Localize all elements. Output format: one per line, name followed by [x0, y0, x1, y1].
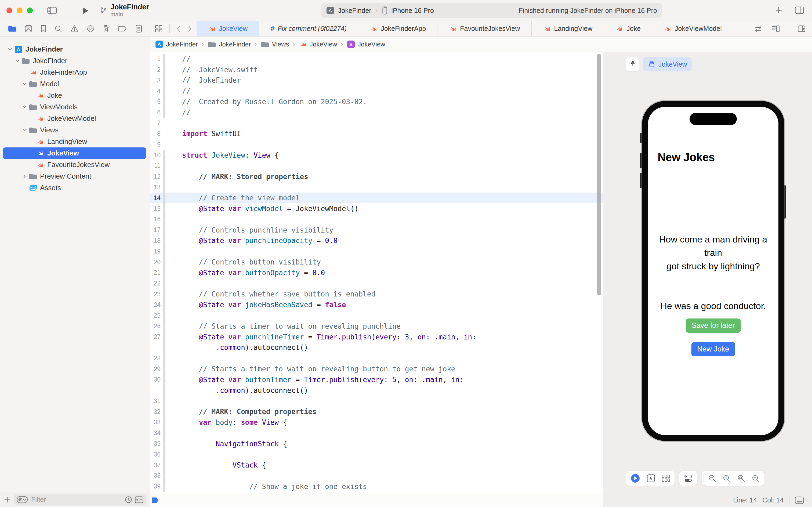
zoom-window-button[interactable] [27, 7, 33, 13]
search-navigator-icon[interactable] [54, 25, 62, 33]
source-editor[interactable]: 1//2// JokeView.swift3// JokeFinder4//5/… [151, 52, 603, 493]
scheme-name[interactable]: JokeFinder [338, 7, 371, 14]
tab-jokefinderapp[interactable]: JokeFinderApp [358, 21, 438, 36]
toggle-inspector-icon[interactable] [795, 6, 804, 14]
filter-input[interactable] [31, 496, 122, 504]
code-line-22: 22 [151, 278, 603, 289]
keyboard-panel-icon[interactable] [795, 497, 804, 504]
sidebar-item-joke[interactable]: Joke [3, 90, 147, 101]
swift-icon [299, 40, 307, 48]
filter-flags-icon[interactable] [135, 496, 143, 503]
code-line-38: 38 [151, 470, 603, 481]
go-forward-icon[interactable] [187, 25, 192, 33]
change-bar [163, 235, 165, 246]
line-number: 3 [151, 77, 163, 84]
disclosure-open-icon[interactable] [20, 128, 28, 132]
joke-punchline-text: He was a good conductor. [652, 301, 774, 311]
run-button[interactable] [82, 7, 89, 14]
tab-fix-comment-6f02274-[interactable]: #Fix comment (6f02274) [259, 21, 358, 36]
sidebar-item-jokeviewmodel[interactable]: JokeViewModel [3, 113, 147, 124]
tab-jokeviewmodel[interactable]: JokeViewModel [652, 21, 733, 36]
sidebar-item-preview-content[interactable]: Preview Content [3, 171, 147, 182]
bookmarks-navigator-icon[interactable] [40, 25, 47, 33]
zoom-in-icon[interactable] [752, 474, 760, 482]
sidebar-item-model[interactable]: Model [3, 78, 147, 90]
zoom-actual-icon[interactable]: 1 [722, 474, 731, 482]
tab-joke[interactable]: Joke [604, 21, 652, 36]
source-control-navigator-icon[interactable] [24, 25, 33, 33]
preview-selectable-icon[interactable] [647, 474, 655, 483]
change-bar [163, 481, 165, 492]
sidebar-item-label: Model [40, 80, 59, 88]
preview-controls [626, 470, 717, 486]
preview-live-icon[interactable] [631, 473, 640, 483]
sidebar-item-viewmodels[interactable]: ViewModels [3, 101, 147, 113]
reports-navigator-icon[interactable] [135, 24, 142, 33]
tab-landingview[interactable]: LandingView [532, 21, 604, 36]
sidebar-item-landingview[interactable]: LandingView [3, 136, 147, 148]
preview-toggles-icon[interactable] [684, 474, 693, 483]
folder-icon [21, 57, 31, 64]
editor-options-icon[interactable] [771, 25, 780, 33]
breakpoints-toggle[interactable] [152, 497, 159, 503]
add-tab-button[interactable] [775, 6, 782, 14]
debug-navigator-icon[interactable] [103, 24, 111, 33]
line-number: 15 [151, 205, 163, 212]
disclosure-open-icon[interactable] [6, 47, 14, 52]
editor-scrollbar[interactable] [597, 54, 601, 295]
run-destination[interactable]: iPhone 16 Pro [391, 7, 433, 14]
sidebar-item-jokefinderapp[interactable]: JokeFinderApp [3, 67, 147, 78]
toggle-navigator-icon[interactable] [47, 7, 57, 14]
tab-overview-icon[interactable] [155, 25, 163, 33]
preview-control-group [626, 470, 675, 486]
tab-jokeview[interactable]: JokeView [196, 21, 259, 36]
disclosure-closed-icon[interactable] [20, 174, 28, 179]
scheme-device-pill[interactable]: JokeFinder › iPhone 16 Pro Finished runn… [321, 3, 662, 18]
sidebar-item-label: JokeFinderApp [40, 68, 87, 76]
sidebar-item-favouritejokesview[interactable]: FavouriteJokesView [3, 159, 147, 171]
save-for-later-button[interactable]: Save for later [686, 319, 741, 333]
breadcrumb-item-jokeview[interactable]: JokeView [299, 40, 337, 48]
add-file-icon[interactable] [4, 496, 11, 503]
zoom-out-icon[interactable] [708, 474, 716, 482]
sidebar-item-jokeview[interactable]: JokeView [3, 148, 147, 159]
preview-nav-title: New Jokes [657, 151, 715, 164]
breadcrumb-item-jokeview[interactable]: SJokeView [347, 40, 385, 48]
add-editor-icon[interactable] [798, 25, 806, 33]
minimize-window-button[interactable] [17, 7, 22, 13]
tab-favouritejokesview[interactable]: FavouriteJokesView [438, 21, 531, 36]
change-bar [163, 278, 165, 289]
preview-variants-icon[interactable] [661, 474, 670, 482]
filter-field[interactable] [14, 494, 146, 505]
window-toolbar: JokeFinder main JokeFinder › iPhone 16 P… [0, 0, 812, 21]
svg-text:S: S [349, 42, 353, 47]
recents-icon[interactable] [125, 496, 132, 503]
breakpoints-navigator-icon[interactable] [118, 25, 127, 32]
close-window-button[interactable] [6, 7, 12, 13]
code-line-20: 20 // Controls button visibility [151, 257, 603, 268]
go-back-icon[interactable] [176, 25, 181, 33]
project-navigator-icon[interactable] [8, 25, 17, 33]
zoom-fit-icon[interactable] [737, 474, 745, 482]
breadcrumb-item-views[interactable]: Views [261, 41, 289, 48]
sidebar-item-jokefinder[interactable]: JokeFinder [3, 44, 147, 55]
struct-icon: S [347, 40, 355, 48]
disclosure-open-icon[interactable] [20, 81, 28, 86]
swift-file-icon [208, 25, 216, 33]
pin-preview-button[interactable] [626, 57, 639, 71]
sidebar-item-views[interactable]: Views [3, 124, 147, 136]
sidebar-item-assets[interactable]: Assets [3, 182, 147, 193]
new-joke-button[interactable]: New Joke [691, 342, 735, 356]
tests-navigator-icon[interactable] [86, 24, 95, 33]
phone-icon [382, 6, 388, 14]
preview-target-pill[interactable]: JokeView [643, 57, 692, 71]
breadcrumb-item-jokefinder[interactable]: JokeFinder [208, 41, 251, 48]
swap-editor-icon[interactable] [754, 25, 763, 33]
issues-navigator-icon[interactable] [70, 25, 79, 33]
code-line-15: 15 @State var viewModel = JokeViewModel(… [151, 203, 603, 214]
breadcrumb-item-jokefinder[interactable]: JokeFinder [155, 40, 198, 48]
sidebar-item-jokefinder[interactable]: JokeFinder [3, 55, 147, 67]
disclosure-open-icon[interactable] [20, 105, 28, 109]
disclosure-open-icon[interactable] [13, 59, 21, 63]
line-number: 8 [151, 130, 163, 137]
